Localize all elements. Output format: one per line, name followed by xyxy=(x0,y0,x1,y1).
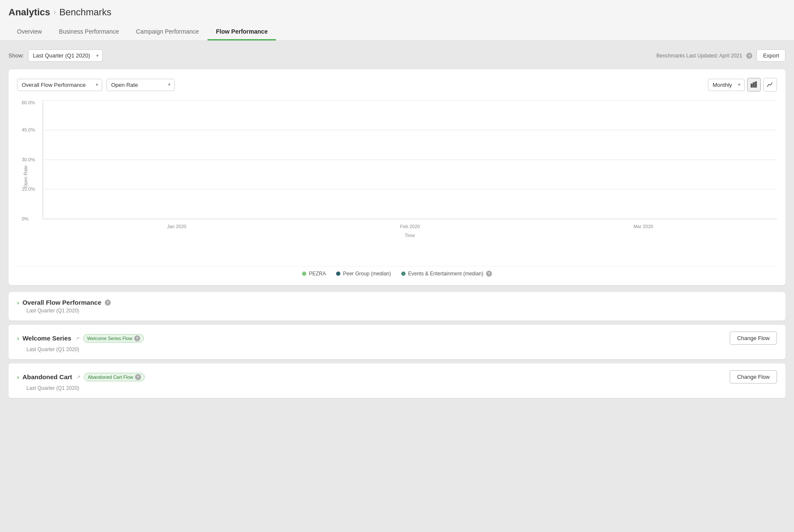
section-overall-info-icon[interactable]: ? xyxy=(105,300,111,306)
abandoned-badge-label: Abandoned Cart Flow xyxy=(88,375,133,380)
y-tick-4: 15.0% xyxy=(22,186,35,192)
section-abandoned-chevron[interactable]: › xyxy=(17,374,19,380)
period-select[interactable]: Last Quarter (Q1 2020) xyxy=(28,49,103,62)
welcome-badge-info-icon[interactable]: ? xyxy=(134,335,140,341)
metric-select-wrapper: Open Rate xyxy=(106,79,175,91)
breadcrumb-separator: › xyxy=(54,9,56,16)
bar-chart-icon-btn[interactable] xyxy=(747,78,761,92)
change-flow-button-welcome[interactable]: Change Flow xyxy=(730,332,777,345)
chart-legend: PEZRA Peer Group (median) Events & Enter… xyxy=(17,266,777,277)
benchmarks-info: Benchmarks Last Updated: April 2021 ? Ex… xyxy=(656,49,785,62)
legend-events-info-icon[interactable]: ? xyxy=(486,271,492,277)
section-welcome: › Welcome Series ↗ Welcome Series Flow ?… xyxy=(9,325,785,359)
x-axis-title: Time xyxy=(43,233,777,238)
legend-dot-pezra xyxy=(302,272,306,276)
period-chart-select-wrapper: Monthly xyxy=(708,79,745,91)
benchmarks-info-icon[interactable]: ? xyxy=(746,53,752,59)
section-overall: › Overall Flow Performance ? Last Quarte… xyxy=(9,292,785,320)
tab-overview[interactable]: Overview xyxy=(9,24,50,40)
breadcrumb-analytics[interactable]: Analytics xyxy=(9,7,50,18)
breadcrumb: Analytics › Benchmarks xyxy=(9,7,785,18)
section-abandoned-subtitle: Last Quarter (Q1 2020) xyxy=(26,385,777,391)
abandoned-badge-info-icon[interactable]: ? xyxy=(135,374,141,380)
breadcrumb-current: Benchmarks xyxy=(59,7,111,18)
welcome-badge: Welcome Series Flow ? xyxy=(83,334,144,343)
section-welcome-title[interactable]: Welcome Series xyxy=(23,335,72,342)
y-tick-3: 30.0% xyxy=(22,157,35,162)
legend-events: Events & Entertainment (median) ? xyxy=(401,271,492,277)
legend-dot-events xyxy=(401,272,406,276)
tab-flow[interactable]: Flow Performance xyxy=(207,24,276,40)
svg-rect-2 xyxy=(755,82,757,87)
legend-label-peer: Peer Group (median) xyxy=(343,271,391,277)
abandoned-ext-link-icon[interactable]: ↗ xyxy=(76,374,81,380)
legend-pezra: PEZRA xyxy=(302,271,326,277)
chart-area: 60.0% 45.0% 30.0% 15.0% 0% xyxy=(43,100,777,219)
section-abandoned-title[interactable]: Abandoned Cart xyxy=(23,373,72,380)
x-label-jan: Jan 2020 xyxy=(167,224,186,229)
flow-select[interactable]: Overall Flow Performance xyxy=(17,79,102,91)
section-overall-subtitle: Last Quarter (Q1 2020) xyxy=(26,308,777,314)
show-label: Show: xyxy=(9,52,24,59)
chart-controls: Overall Flow Performance Open Rate Month… xyxy=(17,78,777,92)
tab-business[interactable]: Business Performance xyxy=(50,24,127,40)
section-welcome-subtitle: Last Quarter (Q1 2020) xyxy=(26,346,777,352)
flow-select-wrapper: Overall Flow Performance xyxy=(17,79,102,91)
x-label-feb: Feb 2020 xyxy=(400,224,420,229)
x-label-mar: Mar 2020 xyxy=(633,224,653,229)
section-overall-chevron[interactable]: › xyxy=(17,299,19,306)
show-period-area: Show: Last Quarter (Q1 2020) xyxy=(9,49,103,62)
bar-groups-area: Jan 2020 Feb 2020 Mar 2020 xyxy=(43,100,777,219)
section-abandoned-title-area: › Abandoned Cart ↗ Abandoned Cart Flow ? xyxy=(17,373,145,381)
svg-rect-1 xyxy=(753,83,754,87)
legend-label-events: Events & Entertainment (median) xyxy=(408,271,483,277)
period-chart-select[interactable]: Monthly xyxy=(708,79,745,91)
section-overall-title-area: › Overall Flow Performance ? xyxy=(17,299,111,306)
section-welcome-header: › Welcome Series ↗ Welcome Series Flow ?… xyxy=(17,332,777,345)
line-chart-icon-btn[interactable] xyxy=(763,78,777,92)
svg-rect-0 xyxy=(751,84,752,87)
tab-campaign[interactable]: Campaign Performance xyxy=(127,24,207,40)
abandoned-badge: Abandoned Cart Flow ? xyxy=(84,373,144,381)
y-tick-2: 45.0% xyxy=(22,127,35,132)
welcome-ext-link-icon[interactable]: ↗ xyxy=(75,335,80,341)
y-tick-1: 60.0% xyxy=(22,100,35,105)
nav-tabs: Overview Business Performance Campaign P… xyxy=(9,24,785,40)
section-overall-header: › Overall Flow Performance ? xyxy=(17,299,777,306)
y-tick-5: 0% xyxy=(22,216,29,221)
welcome-badge-label: Welcome Series Flow xyxy=(87,336,132,341)
section-welcome-title-area: › Welcome Series ↗ Welcome Series Flow ? xyxy=(17,334,144,343)
metric-select[interactable]: Open Rate xyxy=(106,79,175,91)
section-overall-title[interactable]: Overall Flow Performance xyxy=(23,299,101,306)
chart-container: Open Rate 60.0% 45.0% 30.0% 15.0% 0% xyxy=(17,100,777,259)
section-welcome-chevron[interactable]: › xyxy=(17,335,19,342)
chart-controls-left: Overall Flow Performance Open Rate xyxy=(17,79,704,91)
section-abandoned-header: › Abandoned Cart ↗ Abandoned Cart Flow ?… xyxy=(17,370,777,383)
chart-card: Overall Flow Performance Open Rate Month… xyxy=(9,69,785,285)
export-button[interactable]: Export xyxy=(757,49,785,62)
legend-label-pezra: PEZRA xyxy=(309,271,326,277)
chart-controls-right: Monthly xyxy=(708,78,777,92)
legend-peer: Peer Group (median) xyxy=(336,271,391,277)
period-select-wrapper: Last Quarter (Q1 2020) xyxy=(28,49,103,62)
change-flow-button-abandoned[interactable]: Change Flow xyxy=(730,370,777,383)
toolbar: Show: Last Quarter (Q1 2020) Benchmarks … xyxy=(9,49,785,62)
benchmarks-label: Benchmarks Last Updated: April 2021 xyxy=(656,53,742,59)
legend-dot-peer xyxy=(336,272,340,276)
section-abandoned: › Abandoned Cart ↗ Abandoned Cart Flow ?… xyxy=(9,363,785,398)
